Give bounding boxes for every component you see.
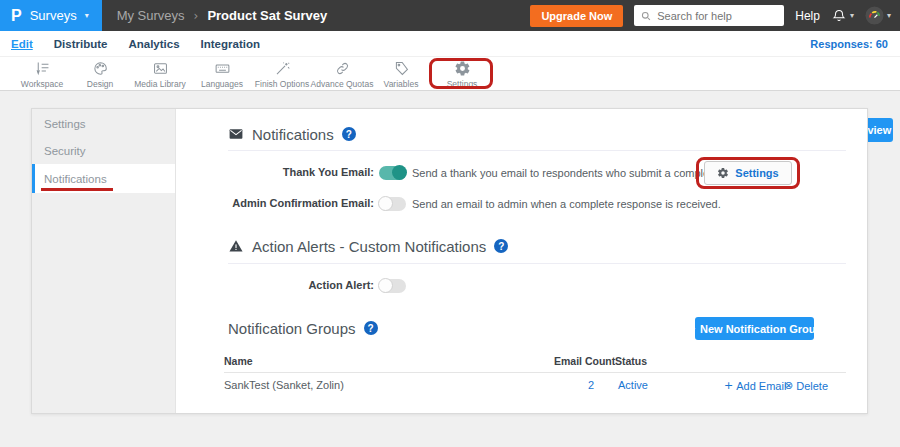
action-alert-label: Action Alert: (32, 279, 374, 291)
toolbar-label: Workspace (21, 79, 63, 89)
design-palette-icon (92, 60, 109, 77)
toolbar-item-variables[interactable]: Variables (367, 60, 435, 89)
column-header-status: Status (615, 355, 647, 367)
notifications-section-title: Notifications (252, 126, 334, 143)
toolbar-label: Media Library (134, 79, 186, 89)
questionpro-settings-page: P Surveys ▾ My Surveys › Product Sat Sur… (0, 0, 900, 447)
upgrade-now-button[interactable]: Upgrade Now (530, 5, 623, 27)
breadcrumb: My Surveys › Product Sat Survey (117, 8, 328, 23)
media-library-icon (152, 60, 169, 77)
toggle-knob (392, 165, 407, 180)
toolbar-item-finish-options[interactable]: Finish Options (248, 60, 316, 89)
surveys-product-menu[interactable]: P Surveys ▾ (0, 0, 102, 31)
notifications-bell-menu[interactable]: ▾ (831, 8, 854, 24)
toolbar-item-advance-quotas[interactable]: Advance Quotas (308, 60, 376, 89)
help-icon[interactable]: ? (494, 239, 508, 253)
toolbar-label: Finish Options (255, 79, 309, 89)
chevron-down-icon: ▾ (85, 11, 89, 20)
chevron-down-icon: ▾ (887, 11, 891, 20)
notification-groups-section-header: Notification Groups ? (228, 319, 378, 337)
toolbar-label: Settings (447, 79, 478, 89)
topbar-right-cluster: Upgrade Now Help ▾ ▾ (530, 5, 900, 27)
admin-confirmation-email-description: Send an email to admin when a complete r… (412, 198, 721, 210)
settings-card: Settings Security Notifications Notifica… (31, 108, 868, 414)
search-icon (640, 10, 652, 22)
avatar (865, 6, 884, 25)
column-header-name: Name (224, 355, 253, 367)
thank-you-settings-label: Settings (735, 167, 778, 179)
annotation-notifications-underline (41, 188, 113, 191)
help-icon[interactable]: ? (342, 127, 356, 141)
workspace-icon (34, 60, 51, 77)
survey-nav: Edit Distribute Analytics Integration Re… (0, 31, 900, 56)
new-notification-group-label: New Notification Group (700, 323, 822, 335)
variables-tag-icon (393, 60, 410, 77)
action-alert-toggle[interactable] (379, 279, 406, 293)
breadcrumb-my-surveys[interactable]: My Surveys (117, 8, 185, 23)
sidebar-item-security[interactable]: Security (32, 137, 175, 164)
toolbar-label: Advance Quotas (311, 79, 374, 89)
questionpro-logo: P (11, 7, 22, 25)
bell-icon (831, 8, 847, 24)
sidebar-item-settings[interactable]: Settings (32, 110, 175, 137)
breadcrumb-current-survey: Product Sat Survey (207, 8, 327, 23)
help-icon[interactable]: ? (364, 321, 378, 335)
thank-you-email-toggle[interactable] (379, 166, 406, 180)
delete-circle-icon: ⊗ (784, 379, 793, 392)
status-link[interactable]: Active (618, 379, 648, 391)
group-name-cell: SankTest (Sanket, Zolin) (224, 379, 344, 391)
toggle-knob (378, 196, 393, 211)
edit-toolbar: Workspace Design Media Library Languages… (0, 56, 900, 91)
help-link[interactable]: Help (795, 9, 820, 23)
account-menu[interactable]: ▾ (865, 6, 891, 25)
tab-integration[interactable]: Integration (201, 38, 260, 50)
finish-options-wand-icon (274, 60, 291, 77)
tab-analytics[interactable]: Analytics (128, 38, 179, 50)
tab-distribute[interactable]: Distribute (54, 38, 108, 50)
languages-keyboard-icon (214, 60, 231, 77)
notification-groups-section-title: Notification Groups (228, 320, 356, 337)
plus-icon: + (724, 379, 733, 392)
responses-count[interactable]: Responses: 60 (810, 38, 888, 50)
toggle-knob (378, 278, 393, 293)
toolbar-label: Languages (201, 79, 243, 89)
delete-link[interactable]: ⊗ Delete (784, 379, 828, 392)
toolbar-item-languages[interactable]: Languages (188, 60, 256, 89)
toolbar-label: Variables (384, 79, 419, 89)
divider (224, 372, 846, 373)
help-search-box[interactable] (634, 5, 784, 26)
divider (228, 263, 846, 264)
settings-sidebar: Settings Security Notifications (32, 109, 176, 413)
warning-triangle-icon (228, 238, 244, 254)
topbar: P Surveys ▾ My Surveys › Product Sat Sur… (0, 0, 900, 31)
action-alerts-section-header: Action Alerts - Custom Notifications ? (228, 237, 508, 255)
settings-gear-icon (454, 60, 471, 77)
toolbar-item-media-library[interactable]: Media Library (126, 60, 194, 89)
new-notification-group-button[interactable]: + New Notification Group (695, 317, 814, 340)
add-email-link[interactable]: + Add Email (724, 379, 786, 392)
surveys-menu-label: Surveys (30, 8, 77, 23)
tab-edit[interactable]: Edit (11, 38, 33, 50)
gear-icon (717, 167, 729, 179)
advance-quotas-chain-icon (334, 60, 351, 77)
admin-confirmation-email-toggle[interactable] (379, 197, 406, 211)
thank-you-email-label: Thank You Email: (32, 166, 374, 178)
email-count-link[interactable]: 2 (588, 379, 594, 391)
toolbar-item-design[interactable]: Design (66, 60, 134, 89)
action-alerts-section-title: Action Alerts - Custom Notifications (252, 238, 486, 255)
help-search-input[interactable] (657, 10, 778, 22)
delete-label: Delete (796, 380, 828, 392)
divider (228, 150, 846, 151)
chevron-down-icon: ▾ (850, 11, 854, 20)
plus-icon: + (687, 322, 696, 335)
admin-confirmation-email-label: Admin Confirmation Email: (32, 197, 374, 209)
thank-you-settings-button[interactable]: Settings (704, 161, 792, 185)
breadcrumb-separator-icon: › (194, 9, 199, 23)
toolbar-item-settings[interactable]: Settings (428, 60, 496, 89)
add-email-label: Add Email (736, 380, 786, 392)
notifications-section-header: Notifications ? (228, 125, 356, 143)
envelope-icon (228, 126, 244, 142)
column-header-email-count: Email Count (554, 355, 615, 367)
toolbar-label: Design (87, 79, 113, 89)
